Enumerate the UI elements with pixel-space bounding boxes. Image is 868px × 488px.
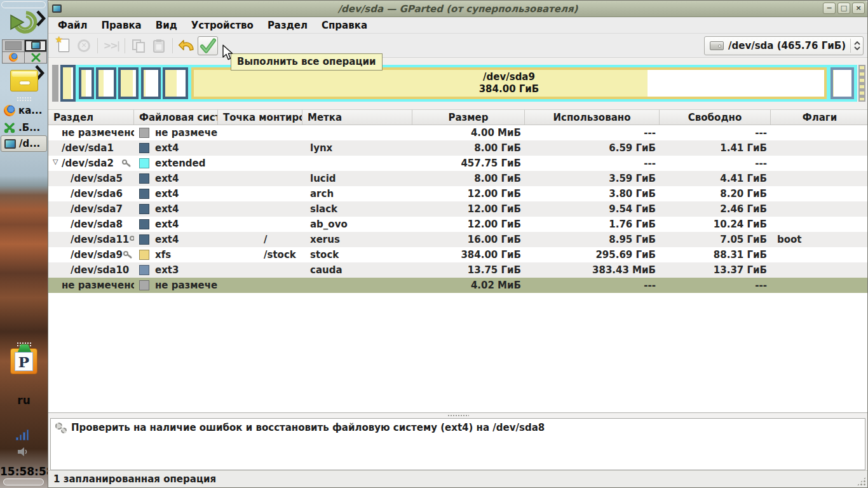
keys-locked-icon xyxy=(121,159,132,168)
statusbar-text: 1 запланированная операция xyxy=(53,473,216,485)
app-icon xyxy=(52,4,62,13)
partition-segment-sda1[interactable] xyxy=(60,65,76,102)
table-row-unallocated-2-selected[interactable]: не размечено не размечено 4.02 МиБ --- -… xyxy=(48,278,867,293)
gparted-window-icon xyxy=(31,41,41,50)
table-row-sda1[interactable]: /dev/sda1 ext4 lynx 8.00 ГиБ 6.59 ГиБ 1.… xyxy=(48,140,867,156)
partition-graphic-area: /dev/sda9 384.00 ГиБ xyxy=(48,58,867,110)
close-button[interactable]: × xyxy=(852,3,865,14)
fs-color-swatch xyxy=(139,158,149,168)
workspace-pager[interactable] xyxy=(2,39,47,64)
operation-text: Проверить на наличие ошибок и восстанови… xyxy=(71,422,545,433)
header-mountpoint[interactable]: Точка монтирования xyxy=(218,110,302,125)
table-row-unallocated-1[interactable]: не размечено не размечено 4.00 МиБ --- -… xyxy=(48,125,867,140)
fs-color-swatch xyxy=(139,280,149,290)
copy-icon xyxy=(132,39,146,53)
header-filesystem[interactable]: Файловая система xyxy=(134,110,218,125)
table-row-sda5[interactable]: /dev/sda5 ext4 lucid 8.00 ГиБ 3.59 ГиБ 4… xyxy=(48,171,867,186)
copy-button xyxy=(128,36,149,55)
fs-color-swatch xyxy=(139,204,149,214)
expander-icon[interactable]: ▽ xyxy=(53,158,58,166)
table-row-sda11[interactable]: /dev/sda11 ext4 / xerus 16.00 ГиБ 8.95 Г… xyxy=(48,232,867,247)
partition-segment-sda9[interactable]: /dev/sda9 384.00 ГиБ xyxy=(191,67,827,99)
partition-segment-sda5[interactable] xyxy=(79,67,94,99)
panel-expand-chevron-icon[interactable] xyxy=(36,10,46,29)
pane-divider[interactable] xyxy=(48,413,867,418)
menu-edit[interactable]: Правка xyxy=(95,18,149,32)
table-empty-area xyxy=(48,293,867,412)
pager-workspace-2-active[interactable] xyxy=(25,40,46,51)
partition-segment-sda2-extended[interactable]: /dev/sda9 384.00 ГиБ xyxy=(76,65,857,102)
operations-pane: Проверить на наличие ошибок и восстанови… xyxy=(50,418,865,470)
apply-operations-button[interactable] xyxy=(198,36,218,55)
header-used[interactable]: Использовано xyxy=(525,110,660,125)
taskbar-item-gparted-active[interactable]: /d... xyxy=(1,135,47,152)
screen-icon xyxy=(4,139,16,149)
new-partition-button[interactable]: ★ xyxy=(53,36,74,55)
taskbar-item-xsane[interactable]: .Б... xyxy=(1,120,47,135)
xsane-icon xyxy=(31,53,41,62)
fs-color-swatch xyxy=(139,219,149,229)
resize-arrow-icon: >>| xyxy=(104,40,119,51)
menu-partition[interactable]: Раздел xyxy=(261,18,315,32)
pager-workspace-1[interactable] xyxy=(3,40,24,51)
partition-segment-sda7[interactable] xyxy=(118,67,139,99)
taskbar-item-firefox[interactable]: ка... xyxy=(1,103,47,118)
partition-segment-sda8[interactable] xyxy=(141,67,161,99)
device-selector-value: /dev/sda (465.76 ГиБ) xyxy=(728,40,846,51)
undo-button[interactable] xyxy=(176,36,196,55)
table-row-sda9[interactable]: /dev/sda9 xfs /stock stock 384.00 ГиБ 29… xyxy=(48,247,867,262)
menu-file[interactable]: Файл xyxy=(51,18,95,32)
delete-partition-button: ✕ xyxy=(74,36,94,55)
partition-bar: /dev/sda9 384.00 ГиБ xyxy=(51,65,865,102)
fs-color-swatch xyxy=(139,234,149,245)
window-title: /dev/sda — GParted (от суперпользователя… xyxy=(48,3,867,15)
device-selector-spinner[interactable] xyxy=(850,39,860,53)
partition-segment-sda6[interactable] xyxy=(96,67,116,99)
pane-divider-grip[interactable] xyxy=(447,414,469,417)
menu-help[interactable]: Справка xyxy=(315,18,374,32)
operation-gears-icon xyxy=(55,423,67,433)
header-free[interactable]: Свободно xyxy=(660,110,771,125)
resize-grip[interactable] xyxy=(857,477,866,486)
menu-view[interactable]: Вид xyxy=(149,18,184,32)
fs-color-swatch xyxy=(139,143,149,153)
header-partition[interactable]: Раздел xyxy=(48,110,134,125)
table-row-sda10[interactable]: /dev/sda10 ext3 cauda 13.75 ГиБ 383.43 М… xyxy=(48,262,867,278)
keyboard-layout-indicator[interactable]: ru xyxy=(0,394,48,407)
header-flags[interactable]: Флаги xyxy=(771,110,867,125)
taskbar-item-label: /d... xyxy=(19,138,40,149)
maximize-button[interactable]: □ xyxy=(837,3,850,14)
partition-segment-unallocated-end-selected[interactable] xyxy=(858,65,865,102)
device-selector[interactable]: /dev/sda (465.76 ГиБ) xyxy=(704,36,864,55)
header-label[interactable]: Метка xyxy=(302,110,412,125)
keys-locked-icon xyxy=(123,250,133,260)
panel-separator xyxy=(17,97,32,101)
checkmark-icon xyxy=(200,38,216,53)
table-row-sda8[interactable]: /dev/sda8 ext4 ab_ovo 12.00 ГиБ 1.76 ГиБ… xyxy=(48,217,867,232)
panel-hide-button[interactable] xyxy=(1,1,46,8)
header-size[interactable]: Размер xyxy=(412,110,525,125)
partition-segment-sda10[interactable] xyxy=(831,67,854,99)
minimize-button[interactable]: − xyxy=(823,3,836,14)
clipboard-manager-icon[interactable]: P xyxy=(10,348,37,374)
undo-icon xyxy=(178,39,194,53)
partition-segment-sda11[interactable] xyxy=(163,67,188,99)
firefox-icon xyxy=(4,105,15,116)
partition-segment-unallocated-start[interactable] xyxy=(52,65,58,102)
pager-workspace-4[interactable] xyxy=(25,52,46,64)
taskbar-item-label: .Б... xyxy=(18,122,40,133)
table-row-sda6[interactable]: /dev/sda6 ext4 arch 12.00 ГиБ 3.80 ГиБ 8… xyxy=(48,186,867,201)
menu-device[interactable]: Устройство xyxy=(184,18,261,32)
titlebar[interactable]: /dev/sda — GParted (от суперпользователя… xyxy=(48,1,867,17)
pager-workspace-3[interactable] xyxy=(3,52,24,64)
panel-bottom-button[interactable] xyxy=(3,478,44,485)
keys-locked-icon xyxy=(129,235,134,245)
operation-item[interactable]: Проверить на наличие ошибок и восстанови… xyxy=(55,422,860,433)
network-signal-icon[interactable] xyxy=(16,429,31,440)
volume-icon[interactable] xyxy=(17,447,29,459)
gparted-window: /dev/sda — GParted (от суперпользователя… xyxy=(48,0,868,488)
table-row-sda2[interactable]: ▽ /dev/sda2 extended 457.75 ГиБ --- --- xyxy=(48,156,867,171)
table-row-sda7[interactable]: /dev/sda7 ext4 slack 12.00 ГиБ 9.54 ГиБ … xyxy=(48,201,867,217)
file-drawer-icon[interactable] xyxy=(10,70,38,92)
paste-icon xyxy=(153,39,165,53)
